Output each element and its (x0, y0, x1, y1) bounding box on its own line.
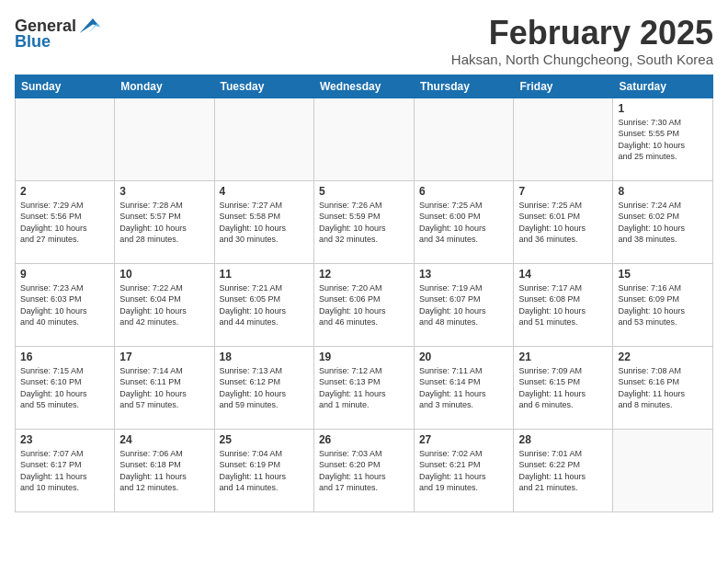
day-info: Sunrise: 7:12 AM Sunset: 6:13 PM Dayligh… (319, 365, 409, 411)
day-number: 10 (119, 268, 209, 281)
day-number: 22 (618, 350, 708, 363)
day-number: 24 (119, 433, 209, 446)
calendar-cell (613, 429, 713, 511)
day-number: 17 (119, 350, 209, 363)
day-number: 20 (419, 350, 509, 363)
day-number: 8 (618, 185, 708, 198)
day-number: 11 (220, 268, 309, 281)
day-info: Sunrise: 7:24 AM Sunset: 6:02 PM Dayligh… (618, 200, 708, 246)
calendar-cell: 22Sunrise: 7:08 AM Sunset: 6:16 PM Dayli… (613, 346, 713, 429)
calendar-cell: 20Sunrise: 7:11 AM Sunset: 6:14 PM Dayli… (414, 346, 514, 429)
calendar-cell: 26Sunrise: 7:03 AM Sunset: 6:20 PM Dayli… (313, 429, 414, 511)
day-number: 3 (119, 185, 209, 198)
day-number: 19 (319, 350, 409, 363)
day-info: Sunrise: 7:20 AM Sunset: 6:06 PM Dayligh… (319, 282, 409, 328)
calendar-cell: 11Sunrise: 7:21 AM Sunset: 6:05 PM Dayli… (214, 263, 313, 346)
day-number: 12 (319, 268, 409, 281)
day-info: Sunrise: 7:21 AM Sunset: 6:05 PM Dayligh… (220, 282, 309, 328)
day-number: 5 (319, 185, 409, 198)
calendar-cell: 28Sunrise: 7:01 AM Sunset: 6:22 PM Dayli… (514, 429, 613, 511)
title-block: February 2025 Haksan, North Chungcheong,… (451, 15, 713, 67)
calendar-cell: 7Sunrise: 7:25 AM Sunset: 6:01 PM Daylig… (514, 180, 613, 263)
day-info: Sunrise: 7:22 AM Sunset: 6:04 PM Dayligh… (119, 282, 209, 328)
day-number: 21 (518, 350, 608, 363)
day-info: Sunrise: 7:26 AM Sunset: 5:59 PM Dayligh… (319, 200, 409, 246)
day-number: 28 (518, 433, 608, 446)
calendar-cell: 15Sunrise: 7:16 AM Sunset: 6:09 PM Dayli… (613, 263, 713, 346)
day-info: Sunrise: 7:13 AM Sunset: 6:12 PM Dayligh… (220, 365, 309, 411)
day-number: 2 (20, 185, 109, 198)
day-info: Sunrise: 7:16 AM Sunset: 6:09 PM Dayligh… (618, 282, 708, 328)
day-info: Sunrise: 7:28 AM Sunset: 5:57 PM Dayligh… (119, 200, 209, 246)
day-info: Sunrise: 7:25 AM Sunset: 6:00 PM Dayligh… (419, 200, 509, 246)
day-number: 18 (220, 350, 309, 363)
day-info: Sunrise: 7:11 AM Sunset: 6:14 PM Dayligh… (419, 365, 509, 411)
calendar-cell: 27Sunrise: 7:02 AM Sunset: 6:21 PM Dayli… (414, 429, 514, 511)
calendar-cell: 12Sunrise: 7:20 AM Sunset: 6:06 PM Dayli… (313, 263, 414, 346)
calendar-cell: 14Sunrise: 7:17 AM Sunset: 6:08 PM Dayli… (514, 263, 613, 346)
calendar-cell (214, 98, 313, 180)
page-header: General Blue February 2025 Haksan, North… (15, 15, 713, 67)
day-info: Sunrise: 7:01 AM Sunset: 6:22 PM Dayligh… (518, 448, 608, 494)
calendar-cell: 4Sunrise: 7:27 AM Sunset: 5:58 PM Daylig… (214, 180, 313, 263)
weekday-header-monday: Monday (115, 75, 214, 98)
calendar-cell: 21Sunrise: 7:09 AM Sunset: 6:15 PM Dayli… (514, 346, 613, 429)
calendar-cell: 2Sunrise: 7:29 AM Sunset: 5:56 PM Daylig… (16, 180, 115, 263)
day-number: 23 (20, 433, 109, 446)
day-info: Sunrise: 7:17 AM Sunset: 6:08 PM Dayligh… (518, 282, 608, 328)
day-info: Sunrise: 7:09 AM Sunset: 6:15 PM Dayligh… (518, 365, 608, 411)
calendar-week-1: 1Sunrise: 7:30 AM Sunset: 5:55 PM Daylig… (16, 98, 713, 180)
calendar-cell (16, 98, 115, 180)
day-info: Sunrise: 7:03 AM Sunset: 6:20 PM Dayligh… (319, 448, 409, 494)
day-number: 13 (419, 268, 509, 281)
day-number: 25 (220, 433, 309, 446)
calendar-cell: 9Sunrise: 7:23 AM Sunset: 6:03 PM Daylig… (16, 263, 115, 346)
day-info: Sunrise: 7:06 AM Sunset: 6:18 PM Dayligh… (119, 448, 209, 494)
day-number: 15 (618, 268, 708, 281)
calendar-subtitle: Haksan, North Chungcheong, South Korea (451, 52, 713, 67)
calendar-cell: 23Sunrise: 7:07 AM Sunset: 6:17 PM Dayli… (16, 429, 115, 511)
day-info: Sunrise: 7:02 AM Sunset: 6:21 PM Dayligh… (419, 448, 509, 494)
day-info: Sunrise: 7:30 AM Sunset: 5:55 PM Dayligh… (618, 117, 708, 163)
calendar-cell: 8Sunrise: 7:24 AM Sunset: 6:02 PM Daylig… (613, 180, 713, 263)
weekday-header-tuesday: Tuesday (214, 75, 313, 98)
calendar-title: February 2025 (451, 15, 713, 52)
calendar-week-2: 2Sunrise: 7:29 AM Sunset: 5:56 PM Daylig… (16, 180, 713, 263)
day-number: 27 (419, 433, 509, 446)
weekday-header-wednesday: Wednesday (313, 75, 414, 98)
day-number: 26 (319, 433, 409, 446)
calendar-cell (115, 98, 214, 180)
calendar-week-5: 23Sunrise: 7:07 AM Sunset: 6:17 PM Dayli… (16, 429, 713, 511)
weekday-header-saturday: Saturday (613, 75, 713, 98)
day-number: 1 (618, 102, 708, 115)
day-info: Sunrise: 7:07 AM Sunset: 6:17 PM Dayligh… (20, 448, 109, 494)
day-info: Sunrise: 7:29 AM Sunset: 5:56 PM Dayligh… (20, 200, 109, 246)
calendar-cell: 25Sunrise: 7:04 AM Sunset: 6:19 PM Dayli… (214, 429, 313, 511)
calendar-cell (514, 98, 613, 180)
calendar-cell: 24Sunrise: 7:06 AM Sunset: 6:18 PM Dayli… (115, 429, 214, 511)
calendar-cell (313, 98, 414, 180)
calendar-cell: 6Sunrise: 7:25 AM Sunset: 6:00 PM Daylig… (414, 180, 514, 263)
day-number: 7 (518, 185, 608, 198)
logo: General Blue (15, 15, 100, 50)
calendar-cell: 16Sunrise: 7:15 AM Sunset: 6:10 PM Dayli… (16, 346, 115, 429)
day-info: Sunrise: 7:14 AM Sunset: 6:11 PM Dayligh… (119, 365, 209, 411)
day-number: 9 (20, 268, 109, 281)
day-info: Sunrise: 7:15 AM Sunset: 6:10 PM Dayligh… (20, 365, 109, 411)
calendar-week-4: 16Sunrise: 7:15 AM Sunset: 6:10 PM Dayli… (16, 346, 713, 429)
calendar-cell: 17Sunrise: 7:14 AM Sunset: 6:11 PM Dayli… (115, 346, 214, 429)
weekday-header-friday: Friday (514, 75, 613, 98)
day-info: Sunrise: 7:08 AM Sunset: 6:16 PM Dayligh… (618, 365, 708, 411)
calendar-week-3: 9Sunrise: 7:23 AM Sunset: 6:03 PM Daylig… (16, 263, 713, 346)
calendar-cell: 19Sunrise: 7:12 AM Sunset: 6:13 PM Dayli… (313, 346, 414, 429)
weekday-header-thursday: Thursday (414, 75, 514, 98)
calendar-cell: 3Sunrise: 7:28 AM Sunset: 5:57 PM Daylig… (115, 180, 214, 263)
calendar-cell (414, 98, 514, 180)
day-number: 6 (419, 185, 509, 198)
calendar-cell: 13Sunrise: 7:19 AM Sunset: 6:07 PM Dayli… (414, 263, 514, 346)
logo-blue: Blue (15, 33, 51, 50)
day-number: 16 (20, 350, 109, 363)
weekday-header-sunday: Sunday (16, 75, 115, 98)
calendar-cell: 5Sunrise: 7:26 AM Sunset: 5:59 PM Daylig… (313, 180, 414, 263)
day-info: Sunrise: 7:23 AM Sunset: 6:03 PM Dayligh… (20, 282, 109, 328)
